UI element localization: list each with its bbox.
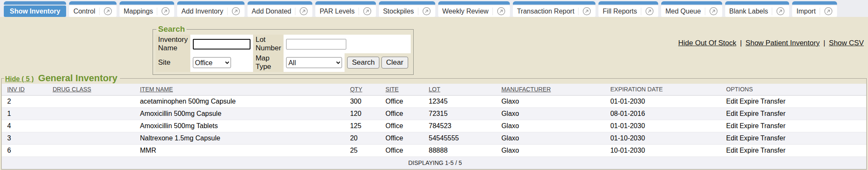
expire-action-link[interactable]: Expire — [740, 122, 759, 129]
open-in-new-icon[interactable] — [103, 7, 112, 16]
tab-par-levels[interactable]: PAR Levels — [315, 1, 376, 17]
tab-divider — [227, 8, 228, 15]
edit-action-link[interactable]: Edit — [726, 122, 738, 129]
tab-cap — [69, 1, 117, 5]
inventory-table: INV IDDRUG CLASSITEM NAMEQTYSITELOTMANUF… — [2, 84, 866, 169]
edit-action-link[interactable]: Edit — [726, 98, 738, 105]
cell-inv-id: 4 — [2, 120, 49, 132]
tab-divider — [705, 8, 705, 15]
clear-button[interactable]: Clear — [381, 57, 408, 69]
inventory-name-input[interactable] — [193, 39, 250, 49]
cell-item-name: MMR — [136, 144, 347, 156]
edit-action-link[interactable]: Edit — [726, 110, 738, 117]
tab-label: PAR Levels — [320, 8, 354, 15]
cell-item-name: Naltrexone 1.5mg Capsule — [136, 132, 347, 144]
open-in-new-icon[interactable] — [645, 7, 654, 16]
link-show-csv[interactable]: Show CSV — [829, 39, 864, 47]
edit-action-link[interactable]: Edit — [726, 147, 738, 154]
cell-inv-id: 2 — [2, 95, 49, 107]
tab-divider — [641, 8, 641, 15]
transfer-action-link[interactable]: Transfer — [760, 110, 785, 117]
tab-divider — [359, 8, 359, 15]
link-hide-out-of-stock[interactable]: Hide Out Of Stock — [678, 39, 736, 47]
open-in-new-icon[interactable] — [709, 7, 718, 16]
column-header-expiration-date: EXPIRATION DATE — [607, 84, 723, 95]
site-select[interactable]: Office — [193, 57, 231, 68]
tab-cap — [661, 1, 722, 5]
separator: | — [820, 39, 829, 47]
transfer-action-link[interactable]: Transfer — [760, 98, 785, 105]
cell-qty: 120 — [347, 107, 382, 120]
tab-transaction-report[interactable]: Transaction Report — [513, 1, 595, 17]
tab-divider — [99, 8, 100, 15]
tab-label: Transaction Report — [517, 8, 574, 15]
cell-manufacturer: Glaxo — [498, 120, 607, 132]
tab-cap — [513, 1, 595, 5]
inventory-name-label: Inventory Name — [156, 35, 190, 53]
map-type-select[interactable]: All — [286, 57, 342, 68]
hide-section-link[interactable]: Hide ( 5 ) — [5, 75, 34, 82]
tab-divider — [772, 8, 772, 15]
cell-site: Office — [382, 120, 426, 132]
column-header-site[interactable]: SITE — [382, 84, 426, 95]
expire-action-link[interactable]: Expire — [740, 110, 759, 117]
link-show-patient-inventory[interactable]: Show Patient Inventory — [746, 39, 820, 47]
column-header-item-name[interactable]: ITEM NAME — [136, 84, 347, 95]
table-row: 1Amoxicillin 500mg Capsule120Office72315… — [2, 107, 866, 120]
table-row: 4Amoxicillin 500mg Tablets125Office78452… — [2, 120, 866, 132]
open-in-new-icon[interactable] — [299, 7, 308, 16]
column-header-drug-class[interactable]: DRUG CLASS — [49, 84, 136, 95]
search-button[interactable]: Search — [347, 57, 379, 69]
edit-action-link[interactable]: Edit — [726, 134, 738, 142]
transfer-action-link[interactable]: Transfer — [760, 134, 785, 142]
transfer-action-link[interactable]: Transfer — [760, 147, 785, 154]
open-in-new-icon[interactable] — [422, 7, 431, 16]
tab-cap — [4, 1, 66, 5]
open-in-new-icon[interactable] — [776, 7, 785, 16]
cell-qty: 125 — [347, 120, 382, 132]
tab-divider — [492, 8, 493, 15]
tab-label: Control — [73, 8, 95, 15]
cell-drug-class — [49, 144, 136, 156]
open-in-new-icon[interactable] — [161, 7, 170, 16]
top-tab-bar: Show Inventory Control Mappings — [0, 0, 868, 17]
open-in-new-icon[interactable] — [824, 7, 833, 16]
general-inventory-legend: Hide ( 5 ) General Inventory — [4, 73, 120, 84]
tab-divider — [820, 8, 820, 15]
open-in-new-icon[interactable] — [363, 7, 372, 16]
expire-action-link[interactable]: Expire — [740, 147, 759, 154]
tab-control[interactable]: Control — [69, 1, 117, 17]
lot-number-input[interactable] — [286, 39, 346, 49]
paging-status: DISPLAYING 1-5 / 5 — [2, 156, 866, 169]
tab-add-inventory[interactable]: Add Inventory — [177, 1, 245, 17]
column-header-inv-id[interactable]: INV ID — [2, 84, 49, 95]
expire-action-link[interactable]: Expire — [740, 98, 759, 105]
tab-weekly-review[interactable]: Weekly Review — [438, 1, 510, 17]
open-in-new-icon[interactable] — [497, 7, 506, 16]
tab-fill-reports[interactable]: Fill Reports — [598, 1, 658, 17]
transfer-action-link[interactable]: Transfer — [760, 122, 785, 129]
tab-med-queue[interactable]: Med Queue — [661, 1, 722, 17]
cell-lot: 72315 — [426, 107, 498, 120]
tab-mappings[interactable]: Mappings — [120, 1, 174, 17]
column-header-manufacturer[interactable]: MANUFACTURER — [498, 84, 607, 95]
tab-blank-labels[interactable]: Blank Labels — [725, 1, 790, 17]
open-in-new-icon[interactable] — [231, 7, 240, 16]
cell-manufacturer: Glaxo — [498, 132, 607, 144]
open-in-new-icon[interactable] — [582, 7, 591, 16]
tab-add-donated[interactable]: Add Donated — [248, 1, 312, 17]
column-header-lot[interactable]: LOT — [426, 84, 498, 95]
cell-expiration-date: 08-01-2016 — [607, 107, 723, 120]
cell-options: EditExpireTransfer — [723, 132, 866, 144]
cell-options: EditExpireTransfer — [723, 144, 866, 156]
tab-label: Fill Reports — [603, 8, 637, 15]
tab-show-inventory[interactable]: Show Inventory — [4, 1, 66, 17]
tab-import[interactable]: Import — [792, 1, 837, 17]
column-header-qty[interactable]: QTY — [347, 84, 382, 95]
cell-inv-id: 1 — [2, 107, 49, 120]
cell-drug-class — [49, 107, 136, 120]
tab-stockpiles[interactable]: Stockpiles — [379, 1, 435, 17]
expire-action-link[interactable]: Expire — [740, 134, 759, 142]
table-row: 6MMR25Office88888Glaxo10-01-2030EditExpi… — [2, 144, 866, 156]
cell-drug-class — [49, 132, 136, 144]
